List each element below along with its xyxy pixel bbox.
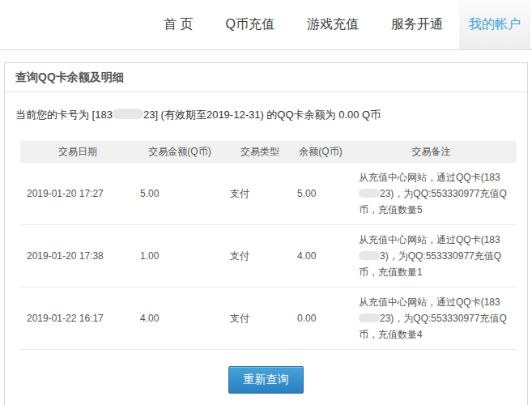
masked-card-digits [359,251,380,260]
button-row: 重新查询 [5,366,527,394]
nav-item-game-topup[interactable]: 游戏充值 [291,0,375,49]
masked-card-digits [359,313,380,322]
panel-title: 查询QQ卡余额及明细 [5,63,527,92]
remark-text-post: 23)，为QQ:553330977充值Q币，充值数量5 [359,188,507,215]
balance-query-panel: 查询QQ卡余额及明细 当前您的卡号为 [18323] (有效期至2019-12-… [4,62,528,405]
nav-item-my-account[interactable]: 我的帐户 [459,0,530,49]
card-info-suffix: 23] (有效期至2019-12-31) 的QQ卡余额为 0.00 Q币 [143,109,381,121]
col-header-amount: 交易金额(Q币) [135,141,224,163]
top-nav: 首 页 Q币充值 游戏充值 服务开通 我的帐户 [0,0,532,50]
tx-type: 支付 [224,288,296,350]
tx-amount: 5.00 [135,163,224,225]
tx-balance: 4.00 [296,225,346,288]
transaction-table: 交易日期 交易金额(Q币) 交易类型 余额(Q币) 交易备注 2019-01-2… [20,141,517,350]
remark-text-post: 23)，为QQ:553330977充值Q币，充值数量4 [359,313,507,340]
tx-balance: 5.00 [296,163,346,225]
table-header-row: 交易日期 交易金额(Q币) 交易类型 余额(Q币) 交易备注 [20,141,517,163]
tx-remark: 从充值中心网站，通过QQ卡(18323)，为QQ:553330977充值Q币，充… [346,163,517,225]
remark-text-pre: 从充值中心网站，通过QQ卡(183 [359,234,500,245]
masked-card-digits [113,109,143,119]
nav-item-qcoin-topup[interactable]: Q币充值 [210,0,291,49]
tx-remark: 从充值中心网站，通过QQ卡(18323)，为QQ:553330977充值Q币，充… [346,288,517,350]
tx-remark: 从充值中心网站，通过QQ卡(1833)，为QQ:553330977充值Q币，充值… [346,225,517,288]
tx-type: 支付 [224,163,296,225]
tx-amount: 1.00 [135,225,224,288]
requery-button[interactable]: 重新查询 [228,366,304,394]
table-row: 2019-01-22 16:17 4.00 支付 0.00 从充值中心网站，通过… [20,288,517,350]
table-row: 2019-01-20 17:27 5.00 支付 5.00 从充值中心网站，通过… [20,163,517,225]
nav-item-home[interactable]: 首 页 [147,0,209,49]
col-header-balance: 余额(Q币) [296,141,346,163]
tx-balance: 0.00 [296,288,346,350]
masked-card-digits [359,189,380,198]
card-balance-summary: 当前您的卡号为 [18323] (有效期至2019-12-31) 的QQ卡余额为… [15,108,517,122]
remark-text-post: 3)，为QQ:553330977充值Q币，充值数量1 [359,250,501,278]
col-header-date: 交易日期 [20,141,135,163]
tx-date: 2019-01-20 17:38 [20,225,135,288]
tx-amount: 4.00 [135,288,224,350]
tx-date: 2019-01-22 16:17 [20,288,135,350]
card-info-prefix: 当前您的卡号为 [183 [15,109,113,121]
nav-item-services[interactable]: 服务开通 [375,0,459,49]
table-row: 2019-01-20 17:38 1.00 支付 4.00 从充值中心网站，通过… [20,225,517,288]
tx-date: 2019-01-20 17:27 [20,163,135,225]
col-header-type: 交易类型 [224,141,296,163]
remark-text-pre: 从充值中心网站，通过QQ卡(183 [359,296,500,308]
remark-text-pre: 从充值中心网站，通过QQ卡(183 [359,172,500,183]
col-header-remark: 交易备注 [346,141,517,163]
tx-type: 支付 [224,225,296,288]
